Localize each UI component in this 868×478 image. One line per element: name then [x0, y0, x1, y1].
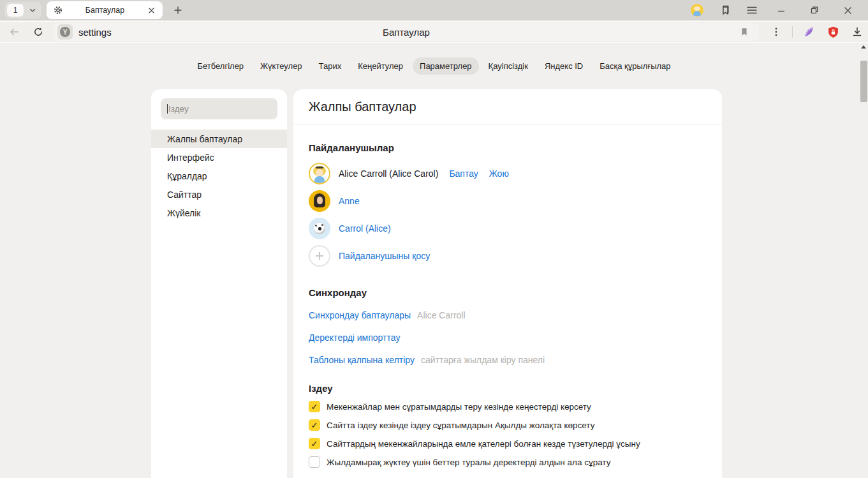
- users-heading: Пайдаланушылар: [309, 142, 707, 153]
- scrollbar-up-arrow[interactable]: [861, 45, 866, 49]
- user-link[interactable]: Carrol (Alice): [339, 223, 391, 234]
- sync-section: Синхрондау Синхрондау баптаулары Alice C…: [293, 287, 722, 365]
- gear-icon: [53, 5, 63, 15]
- restore-tableau-row: Таблоны қалпына келтіру сайттарға жылдам…: [309, 355, 707, 365]
- menu-icon[interactable]: [747, 6, 757, 15]
- soccer-ball-avatar[interactable]: [309, 218, 330, 239]
- sidebar-item-interface[interactable]: Интерфейс: [151, 148, 287, 167]
- sync-heading: Синхрондау: [309, 287, 707, 298]
- user-row-alice: Alice Carroll (Alice Carol) Баптау Жою: [309, 160, 707, 187]
- bookmark-flag-icon[interactable]: [733, 23, 755, 41]
- anne-avatar[interactable]: [309, 190, 330, 212]
- search-option-suggestions[interactable]: Мекенжайлар мен сұратымдарды теру кезінд…: [309, 401, 707, 412]
- chevron-down-icon[interactable]: [29, 6, 36, 14]
- search-option-prefetch[interactable]: Жылдамырақ жүктеу үшін беттер туралы дер…: [309, 456, 707, 468]
- checkbox[interactable]: [309, 456, 320, 468]
- nav-tab-extensions[interactable]: Кеңейтулер: [351, 57, 410, 75]
- restore-window-icon[interactable]: [805, 1, 823, 19]
- back-icon[interactable]: [4, 23, 24, 41]
- tab-count-badge[interactable]: 1: [7, 4, 24, 17]
- yandex-favicon: Y: [60, 27, 70, 37]
- minimize-icon[interactable]: [772, 1, 790, 19]
- add-user-plus-icon[interactable]: [309, 245, 330, 267]
- nav-tab-downloads[interactable]: Жүктеулер: [253, 57, 309, 75]
- url-text[interactable]: settings: [78, 27, 112, 38]
- checkbox-label: Сайттардың мекенжайларында емле қателері…: [327, 439, 640, 449]
- scrollbar-thumb[interactable]: [860, 61, 867, 102]
- tab-group-control[interactable]: 1: [4, 2, 41, 19]
- tab-title: Баптаулар: [63, 6, 147, 15]
- delete-user-link[interactable]: Жою: [489, 168, 509, 179]
- user-row-carrol: Carrol (Alice): [309, 214, 707, 242]
- import-data-row: Деректерді импорттау: [309, 332, 707, 343]
- content-header: Жалпы баптаулар: [293, 89, 722, 124]
- sidebar-item-sites[interactable]: Сайттар: [151, 185, 287, 204]
- nav-tab-other-devices[interactable]: Басқа құрылғылар: [592, 57, 677, 75]
- tab-close-icon[interactable]: [147, 6, 156, 15]
- nav-tab-security[interactable]: Қауіпсіздік: [482, 57, 535, 75]
- search-placeholder: Іздеу: [168, 104, 189, 114]
- checkbox[interactable]: [309, 438, 320, 449]
- active-tab[interactable]: Баптаулар: [47, 1, 163, 19]
- nav-tab-yandex-id[interactable]: Яндекс ID: [538, 57, 590, 75]
- settings-nav: Бетбелгілер Жүктеулер Тарих Кеңейтулер П…: [0, 57, 868, 75]
- page-title-center: Баптаулар: [54, 27, 759, 38]
- site-icon-chip[interactable]: Y: [57, 24, 73, 40]
- address-bar[interactable]: Y settings Баптаулар: [54, 23, 759, 41]
- protect-shield-icon[interactable]: [822, 23, 844, 41]
- feather-extension-icon[interactable]: [798, 23, 820, 41]
- settings-content: Жалпы баптаулар Пайдаланушылар Alice Car…: [293, 89, 722, 478]
- toolbar-extensions: [765, 23, 868, 41]
- nav-tab-history[interactable]: Тарих: [312, 57, 349, 75]
- sync-settings-row: Синхрондау баптаулары Alice Carroll: [309, 310, 707, 320]
- user-link[interactable]: Anne: [339, 196, 360, 206]
- search-option-site-queries[interactable]: Сайтта іздеу кезінде іздеу сұратымдарын …: [309, 419, 707, 431]
- checkbox[interactable]: [309, 419, 320, 431]
- tableau-note: сайттарға жылдам кіру панелі: [421, 355, 545, 365]
- tab-strip: 1 Баптаулар: [0, 0, 868, 20]
- alice-avatar[interactable]: [309, 163, 330, 184]
- settings-sidebar: Іздеу Жалпы баптаулар Интерфейс Құралдар…: [151, 89, 287, 478]
- user-name: Alice Carroll (Alice Carol): [339, 168, 438, 179]
- nav-tab-settings[interactable]: Параметрлер: [413, 57, 479, 75]
- sync-settings-link[interactable]: Синхрондау баптаулары: [309, 310, 411, 320]
- user-row-anne: Anne: [309, 187, 707, 214]
- configure-user-link[interactable]: Баптау: [449, 168, 478, 179]
- browser-toolbar: Y settings Баптаулар: [0, 21, 868, 43]
- close-window-icon[interactable]: [839, 1, 857, 19]
- text-caret: [167, 104, 168, 114]
- toolbar-divider: [792, 26, 793, 38]
- checkbox-label: Мекенжайлар мен сұратымдарды теру кезінд…: [327, 402, 591, 412]
- checkbox[interactable]: [309, 401, 320, 412]
- add-user-row[interactable]: Пайдаланушыны қосу: [309, 242, 707, 269]
- users-section: Пайдаланушылар Alice Carroll (Alice Caro…: [293, 142, 722, 269]
- nav-tab-bookmarks[interactable]: Бетбелгілер: [190, 57, 251, 75]
- new-tab-button[interactable]: [170, 3, 186, 18]
- search-heading: Іздеу: [309, 383, 707, 394]
- search-option-spelling[interactable]: Сайттардың мекенжайларында емле қателері…: [309, 438, 707, 449]
- checkbox-label: Жылдамырақ жүктеу үшін беттер туралы дер…: [327, 458, 610, 467]
- sidebar-item-system[interactable]: Жүйелік: [151, 204, 287, 222]
- sidebar-item-tools[interactable]: Құралдар: [151, 167, 287, 185]
- profile-avatar[interactable]: [691, 4, 703, 17]
- sidebar-item-general[interactable]: Жалпы баптаулар: [151, 130, 287, 148]
- search-input[interactable]: Іздеу: [161, 98, 277, 119]
- sync-account-note: Alice Carroll: [417, 310, 465, 320]
- tabbar-right-controls: [691, 1, 868, 19]
- restore-tableau-link[interactable]: Таблоны қалпына келтіру: [309, 355, 415, 365]
- tab-panels-icon[interactable]: [719, 4, 732, 17]
- download-icon[interactable]: [846, 23, 868, 41]
- checkbox-label: Сайтта іздеу кезінде іздеу сұратымдарын …: [327, 421, 594, 430]
- reload-icon[interactable]: [28, 23, 48, 41]
- kebab-menu-icon[interactable]: [765, 23, 787, 41]
- add-user-link[interactable]: Пайдаланушыны қосу: [339, 251, 430, 261]
- page-title: Жалпы баптаулар: [309, 100, 416, 114]
- import-data-link[interactable]: Деректерді импорттау: [309, 332, 400, 343]
- search-settings-section: Іздеу Мекенжайлар мен сұратымдарды теру …: [293, 383, 722, 478]
